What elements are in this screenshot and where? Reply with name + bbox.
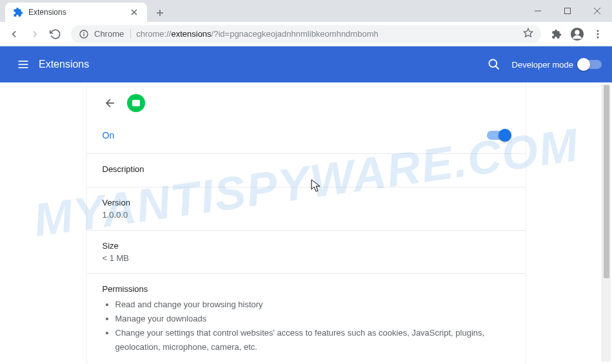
svg-point-20	[489, 60, 497, 68]
browser-menu-icon[interactable]	[589, 25, 607, 43]
close-tab-icon[interactable]	[129, 7, 139, 17]
svg-point-16	[597, 36, 599, 38]
new-tab-button[interactable]	[151, 4, 169, 22]
browser-toolbar: Chrome chrome://extensions/?id=pgnacegke…	[0, 22, 612, 46]
nav-back-button[interactable]	[5, 25, 23, 43]
maximize-button[interactable]	[553, 0, 582, 22]
window-controls	[523, 0, 612, 22]
developer-mode-label: Developer mode	[512, 60, 573, 70]
svg-line-21	[495, 66, 498, 70]
extension-puzzle-icon	[13, 7, 23, 17]
reload-button[interactable]	[46, 25, 64, 43]
size-label: Size	[103, 241, 510, 251]
permission-item: Manage your downloads	[115, 312, 510, 326]
extension-detail-card: On Description Version 1.0.0.0 Size < 1 …	[87, 82, 526, 364]
version-label: Version	[103, 198, 510, 207]
svg-point-15	[597, 33, 599, 35]
scrollbar-thumb[interactable]	[604, 85, 609, 278]
extension-enable-toggle[interactable]	[487, 131, 510, 140]
bookmark-star-icon[interactable]	[523, 28, 533, 41]
svg-point-13	[575, 30, 579, 34]
close-window-button[interactable]	[582, 0, 612, 22]
omnibox-prefix: Chrome	[94, 29, 131, 39]
svg-rect-5	[565, 8, 571, 14]
profile-avatar-icon[interactable]	[568, 25, 586, 43]
menu-hamburger-icon[interactable]	[10, 52, 36, 77]
tab-strip: Extensions	[0, 0, 612, 22]
size-value: < 1 MB	[103, 253, 510, 263]
permissions-list: Read and change your browsing history Ma…	[103, 298, 510, 354]
svg-marker-11	[524, 28, 532, 37]
extension-logo-icon	[127, 94, 145, 112]
version-value: 1.0.0.0	[103, 210, 510, 220]
description-label: Description	[103, 164, 510, 174]
app-bar-title: Extensions	[39, 59, 89, 70]
site-info-icon[interactable]	[79, 29, 89, 39]
content-area: On Description Version 1.0.0.0 Size < 1 …	[0, 82, 612, 364]
search-icon[interactable]	[481, 52, 507, 77]
minimize-button[interactable]	[523, 0, 553, 22]
svg-point-14	[597, 30, 599, 32]
nav-forward-button[interactable]	[26, 25, 44, 43]
extensions-app-bar: Extensions Developer mode	[0, 46, 612, 82]
address-bar[interactable]: Chrome chrome://extensions/?id=pgnacegke…	[71, 25, 541, 43]
tab-title: Extensions	[28, 8, 129, 17]
permissions-label: Permissions	[103, 284, 510, 294]
extensions-icon[interactable]	[548, 25, 566, 43]
omnibox-url: chrome://extensions/?id=pgnacegkeojadnhn…	[136, 29, 378, 39]
browser-tab[interactable]: Extensions	[5, 3, 147, 22]
back-arrow-icon[interactable]	[103, 95, 118, 111]
scrollbar-track[interactable]	[602, 84, 611, 361]
permission-item: Read and change your browsing history	[115, 298, 510, 312]
enabled-status-label: On	[103, 130, 115, 140]
developer-mode-toggle[interactable]	[578, 60, 602, 69]
permission-item: Change your settings that control websit…	[115, 326, 510, 354]
